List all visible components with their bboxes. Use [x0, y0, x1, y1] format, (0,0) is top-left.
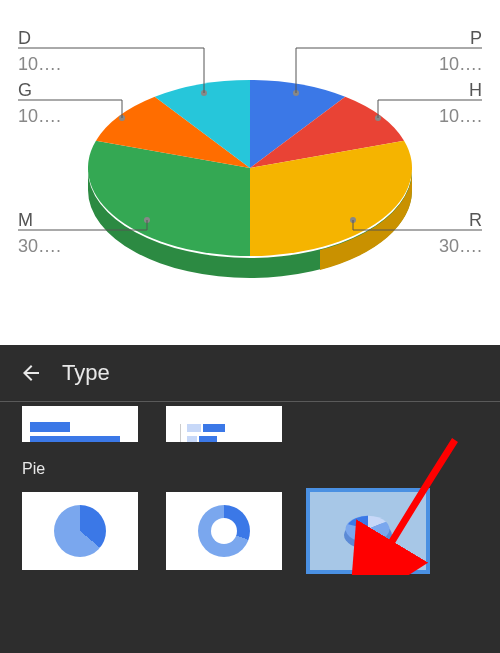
slice-value-D: 10….	[18, 54, 61, 74]
chart-type-pie-donut[interactable]	[166, 492, 282, 570]
back-arrow-icon	[19, 361, 43, 385]
chart-type-pie-flat[interactable]	[22, 492, 138, 570]
pie-3d-chart: D 10…. G 10…. M 30…. P 10…. H 10…. R 30……	[0, 0, 500, 345]
slice-label-R: R	[469, 210, 482, 230]
chart-type-panel: Type Pie	[0, 345, 500, 653]
slice-value-H: 10….	[439, 106, 482, 126]
slice-label-H: H	[469, 80, 482, 100]
slice-label-D: D	[18, 28, 31, 48]
slice-label-P: P	[470, 28, 482, 48]
chart-type-bar-stacked[interactable]	[22, 406, 138, 442]
slice-label-G: G	[18, 80, 32, 100]
panel-title: Type	[62, 360, 110, 386]
back-button[interactable]	[14, 356, 48, 390]
slice-value-R: 30….	[439, 236, 482, 256]
chart-type-bar-grouped[interactable]	[166, 406, 282, 442]
chart-type-pie-3d[interactable]	[310, 492, 426, 570]
slice-value-P: 10….	[439, 54, 482, 74]
pie-3d-icon	[339, 509, 397, 553]
section-label-pie: Pie	[0, 442, 500, 486]
slice-value-M: 30….	[18, 236, 61, 256]
pie-donut-icon	[198, 505, 250, 557]
slice-value-G: 10….	[18, 106, 61, 126]
slice-label-M: M	[18, 210, 33, 230]
pie-flat-icon	[54, 505, 106, 557]
chart-preview: D 10…. G 10…. M 30…. P 10…. H 10…. R 30……	[0, 0, 500, 345]
